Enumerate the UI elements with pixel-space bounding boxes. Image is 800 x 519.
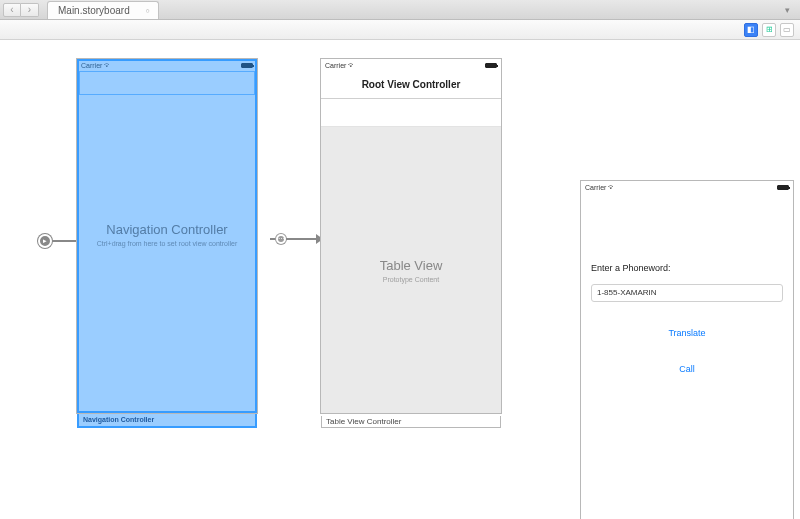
carrier-label: Carrier ᯤ [81, 61, 112, 70]
translate-button[interactable]: Translate [591, 328, 783, 338]
status-bar: Carrier ᯤ [321, 59, 501, 71]
navigation-controller-scene[interactable]: Carrier ᯤ Navigation Controller Ctrl+dra… [76, 58, 258, 414]
scene-placeholder-title: Navigation Controller [77, 222, 257, 237]
nav-forward-button[interactable]: › [21, 3, 39, 17]
battery-icon [777, 185, 789, 190]
segue-line [286, 238, 316, 240]
phoneword-input[interactable] [591, 284, 783, 302]
chevron-right-icon: › [28, 4, 31, 15]
view-mode-design-button[interactable]: ◧ [744, 23, 758, 37]
design-mode-icon: ◧ [747, 25, 755, 34]
window-toolbar: ‹ › Main.storyboard ○ ▾ [0, 0, 800, 20]
segue-line [52, 240, 76, 242]
status-bar: Carrier ᯤ [581, 181, 793, 193]
scene-placeholder-text: Navigation Controller Ctrl+drag from her… [77, 222, 257, 247]
storyboard-canvas[interactable]: ▸ Carrier ᯤ Navigation Controller Ctrl+d… [0, 40, 800, 519]
table-placeholder-subtitle: Prototype Content [383, 276, 439, 283]
entry-point-icon: ▸ [38, 234, 52, 248]
table-header-row [321, 99, 501, 127]
wifi-icon: ᯤ [348, 61, 356, 70]
wifi-icon: ᯤ [104, 61, 112, 70]
status-bar: Carrier ᯤ [77, 59, 257, 71]
view-mode-constraints-button[interactable]: ⊞ [762, 23, 776, 37]
document-tab[interactable]: Main.storyboard ○ [47, 1, 159, 19]
phoneword-prompt-label: Enter a Phoneword: [591, 263, 783, 273]
source-mode-icon: ▭ [783, 25, 791, 34]
view-controller-scene[interactable]: Carrier ᯤ Enter a Phoneword: Translate C… [580, 180, 794, 519]
battery-icon [485, 63, 497, 68]
relationship-segue-icon: ⋯ [276, 234, 286, 244]
designer-toolbar: ◧ ⊞ ▭ [0, 20, 800, 40]
table-view-body[interactable]: Table View Prototype Content [321, 127, 501, 413]
call-button[interactable]: Call [591, 364, 783, 374]
chevron-left-icon: ‹ [10, 4, 13, 15]
nav-back-button[interactable]: ‹ [3, 3, 21, 17]
wifi-icon: ᯤ [608, 183, 616, 192]
table-placeholder-title: Table View [380, 258, 443, 273]
table-view-controller-scene[interactable]: Carrier ᯤ Root View Controller Table Vie… [320, 58, 502, 414]
toolbar-overflow-button[interactable]: ▾ [778, 3, 796, 17]
dirty-indicator-icon: ○ [145, 7, 149, 14]
chevron-down-icon: ▾ [785, 5, 790, 15]
view-mode-source-button[interactable]: ▭ [780, 23, 794, 37]
scene-placeholder-hint: Ctrl+drag from here to set root view con… [77, 240, 257, 247]
scene-footer-label[interactable]: Navigation Controller [77, 414, 257, 428]
carrier-label: Carrier ᯤ [585, 183, 616, 192]
root-relationship-segue[interactable]: ⋯ [270, 234, 323, 244]
constraints-mode-icon: ⊞ [766, 25, 773, 34]
tab-title: Main.storyboard [58, 5, 130, 16]
navbar-title: Root View Controller [362, 79, 461, 90]
scene-footer-label[interactable]: Table View Controller [321, 416, 501, 428]
navigation-bar-placeholder [79, 71, 255, 95]
carrier-label: Carrier ᯤ [325, 61, 356, 70]
navigation-bar[interactable]: Root View Controller [321, 71, 501, 99]
battery-icon [241, 63, 253, 68]
